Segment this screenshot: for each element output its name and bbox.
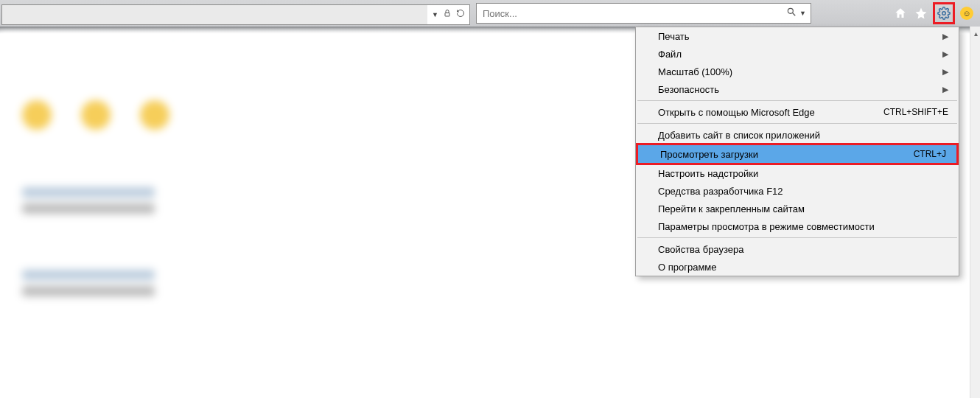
menu-item-about[interactable]: О программе [636, 258, 959, 276]
vertical-scrollbar[interactable]: ▴ [970, 27, 980, 398]
address-dropdown-icon[interactable]: ▼ [432, 11, 438, 18]
menu-item-label: Добавить сайт в список приложений [658, 130, 948, 141]
menu-item-label: Масштаб (100%) [658, 66, 928, 77]
address-bar-url-blurred [2, 5, 427, 24]
menu-item-compat-view[interactable]: Параметры просмотра в режиме совместимос… [636, 217, 959, 235]
scroll-up-arrow-icon[interactable]: ▴ [970, 27, 980, 40]
menu-separator [637, 237, 957, 238]
menu-item-label: Свойства браузера [658, 244, 948, 255]
menu-item-f12-tools[interactable]: Средства разработчика F12 [636, 182, 959, 200]
menu-item-add-site-to-apps[interactable]: Добавить сайт в список приложений [636, 126, 959, 144]
svg-point-3 [942, 12, 946, 15]
menu-separator [637, 100, 957, 101]
menu-item-manage-addons[interactable]: Настроить надстройки [636, 164, 959, 182]
menu-item-label: Открыть с помощью Microsoft Edge [658, 107, 869, 118]
menu-item-label: Печать [658, 31, 928, 42]
menu-item-shortcut: CTRL+J [914, 149, 946, 159]
tools-dropdown-menu: Печать ▶ Файл ▶ Масштаб (100%) ▶ Безопас… [635, 27, 959, 276]
menu-item-label: Файл [658, 49, 928, 60]
lock-icon [443, 9, 452, 20]
highlight-annotation: Просмотреть загрузки CTRL+J [636, 143, 959, 165]
search-input[interactable] [477, 8, 782, 19]
browser-toolbar: ▼ ▼ ☺ [0, 0, 980, 27]
svg-point-1 [788, 8, 793, 13]
svg-line-2 [793, 13, 796, 16]
submenu-arrow-icon: ▶ [942, 85, 948, 94]
menu-item-internet-options[interactable]: Свойства браузера [636, 240, 959, 258]
toolbar-right-icons: ☺ [892, 2, 980, 24]
menu-separator [637, 123, 957, 124]
menu-item-view-downloads[interactable]: Просмотреть загрузки CTRL+J [638, 145, 956, 163]
menu-item-file[interactable]: Файл ▶ [636, 45, 959, 63]
menu-item-label: О программе [658, 262, 948, 273]
submenu-arrow-icon: ▶ [942, 32, 948, 41]
menu-item-pinned-sites[interactable]: Перейти к закрепленным сайтам [636, 200, 959, 217]
menu-item-shortcut: CTRL+SHIFT+E [883, 107, 948, 117]
tools-gear-icon[interactable] [933, 2, 955, 24]
address-bar-controls: ▼ [427, 9, 469, 20]
svg-rect-0 [445, 13, 449, 17]
menu-item-label: Безопасность [658, 84, 928, 95]
menu-item-label: Перейти к закрепленным сайтам [658, 203, 948, 214]
search-icon[interactable] [786, 7, 797, 20]
search-dropdown-icon[interactable]: ▼ [799, 10, 806, 17]
menu-item-print[interactable]: Печать ▶ [636, 27, 959, 45]
favorites-star-icon[interactable] [912, 4, 930, 22]
submenu-arrow-icon: ▶ [942, 67, 948, 77]
menu-item-label: Настроить надстройки [658, 168, 948, 179]
menu-item-label: Просмотреть загрузки [660, 149, 899, 160]
menu-item-zoom[interactable]: Масштаб (100%) ▶ [636, 63, 959, 80]
address-bar[interactable]: ▼ [1, 4, 470, 25]
menu-item-label: Параметры просмотра в режиме совместимос… [658, 221, 948, 232]
smiley-icon[interactable]: ☺ [958, 4, 976, 22]
home-icon[interactable] [892, 4, 909, 22]
menu-item-open-edge[interactable]: Открыть с помощью Microsoft Edge CTRL+SH… [636, 103, 959, 121]
menu-item-label: Средства разработчика F12 [658, 186, 948, 197]
menu-item-security[interactable]: Безопасность ▶ [636, 80, 959, 98]
search-bar[interactable]: ▼ [476, 3, 811, 24]
refresh-icon[interactable] [456, 9, 465, 20]
submenu-arrow-icon: ▶ [942, 49, 948, 59]
